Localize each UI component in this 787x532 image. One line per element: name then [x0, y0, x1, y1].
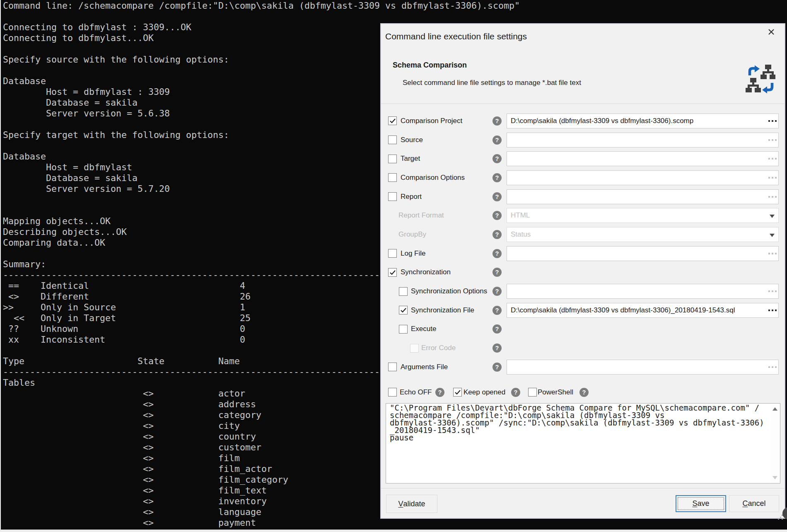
dropdown-arrow-icon [770, 215, 775, 218]
focus-rectangle [678, 497, 724, 510]
synchronization-file-label: Synchronization File [411, 306, 474, 314]
report-checkbox[interactable] [388, 192, 397, 201]
keep-opened-label: Keep opened [464, 388, 505, 397]
row-arguments-file: Arguments File ? [381, 358, 785, 377]
settings-form: Comparison Project ? D:\comp\sakila (dbf… [381, 111, 785, 377]
page-edge-bottom [0, 530, 787, 532]
banner-separator [381, 104, 785, 104]
report-label: Report [401, 193, 422, 201]
save-button[interactable]: Save [676, 495, 726, 512]
scroll-down-icon[interactable] [773, 476, 777, 479]
report-format-select[interactable]: HTML [507, 208, 779, 223]
execute-checkbox[interactable] [399, 325, 408, 334]
execute-label: Execute [411, 325, 436, 333]
groupby-select[interactable]: Status [507, 227, 779, 242]
browse-button[interactable] [768, 158, 777, 160]
row-comparison-project: Comparison Project ? D:\comp\sakila (dbf… [381, 111, 785, 131]
log-file-label: Log File [401, 249, 425, 258]
source-label: Source [401, 136, 423, 144]
help-icon[interactable]: ? [492, 287, 502, 296]
browse-button[interactable] [768, 253, 777, 254]
source-checkbox[interactable] [388, 135, 397, 144]
arguments-file-label: Arguments File [401, 363, 448, 371]
close-button[interactable] [765, 27, 777, 37]
comparison-options-label: Comparison Options [401, 174, 465, 182]
target-label: Target [401, 155, 420, 163]
row-synchronization: Synchronization ? [381, 263, 785, 282]
row-synchronization-options: Synchronization Options ? [381, 282, 785, 301]
help-icon[interactable]: ? [492, 324, 502, 334]
report-input[interactable] [507, 189, 779, 204]
help-icon[interactable]: ? [492, 211, 502, 220]
browse-button[interactable] [768, 139, 777, 141]
close-icon [768, 29, 775, 35]
synchronization-checkbox[interactable] [388, 268, 397, 277]
comparison-options-checkbox[interactable] [388, 173, 397, 182]
synchronization-options-label: Synchronization Options [411, 287, 487, 295]
report-format-label: Report Format [398, 211, 444, 220]
help-icon[interactable]: ? [579, 388, 589, 397]
target-input[interactable] [507, 151, 779, 166]
browse-button[interactable] [768, 366, 777, 368]
source-input[interactable] [507, 133, 779, 148]
scroll-up-icon[interactable] [773, 407, 777, 411]
bat-options-row: Echo OFF ? Keep opened ? PowerShell ? [388, 384, 777, 401]
help-icon[interactable]: ? [492, 306, 502, 315]
dialog-title: Command line execution file settings [385, 31, 527, 42]
command-line-settings-dialog: Command line execution file settings Sch… [380, 23, 785, 519]
comparison-project-checkbox[interactable] [388, 116, 397, 125]
help-icon[interactable]: ? [492, 363, 502, 372]
error-code-checkbox [410, 344, 419, 353]
arguments-file-checkbox[interactable] [388, 363, 397, 371]
validate-button[interactable]: Validate [386, 495, 437, 513]
schema-compare-icon [746, 64, 775, 94]
row-error-code: Error Code ? [381, 339, 785, 358]
help-icon[interactable]: ? [492, 192, 502, 201]
browse-button[interactable] [768, 290, 777, 292]
help-icon[interactable]: ? [492, 249, 502, 258]
banner-subtitle: Select command line file settings to man… [403, 79, 581, 87]
row-log-file: Log File ? [381, 244, 785, 263]
bat-file-text: "C:\Program Files\Devart\dbForge Schema … [390, 404, 770, 482]
target-checkbox[interactable] [388, 155, 397, 163]
help-icon[interactable]: ? [492, 154, 502, 163]
echo-off-label: Echo OFF [400, 388, 432, 397]
browse-button[interactable] [768, 177, 777, 179]
powershell-label: PowerShell [538, 388, 573, 397]
help-icon[interactable]: ? [492, 173, 502, 182]
row-groupby: GroupBy ? Status [381, 225, 785, 244]
help-icon[interactable]: ? [492, 230, 502, 239]
row-synchronization-file: Synchronization File ? D:\comp\sakila (d… [381, 301, 785, 320]
help-icon[interactable]: ? [492, 116, 502, 126]
keep-opened-checkbox[interactable] [453, 388, 462, 397]
row-report-format: Report Format ? HTML [381, 206, 785, 225]
synchronization-file-checkbox[interactable] [399, 306, 408, 314]
comparison-project-label: Comparison Project [401, 117, 462, 125]
cancel-button[interactable]: Cancel [729, 495, 779, 512]
log-file-input[interactable] [507, 246, 779, 261]
error-code-label: Error Code [421, 344, 456, 352]
resize-grip[interactable] [778, 515, 783, 520]
browse-button[interactable] [768, 196, 777, 198]
synchronization-options-checkbox[interactable] [399, 287, 408, 296]
echo-off-checkbox[interactable] [388, 388, 397, 397]
help-icon[interactable]: ? [492, 343, 502, 353]
help-icon[interactable]: ? [492, 268, 502, 277]
comparison-project-input[interactable]: D:\comp\sakila (dbfmylast-3309 vs dbfmyl… [507, 114, 779, 128]
comparison-options-input[interactable] [507, 170, 779, 185]
synchronization-file-input[interactable]: D:\comp\sakila (dbfmylast-3309 vs dbfmyl… [507, 303, 779, 318]
log-file-checkbox[interactable] [388, 249, 397, 258]
help-icon[interactable]: ? [511, 388, 520, 397]
row-source: Source ? [381, 131, 785, 150]
browse-button[interactable] [768, 120, 777, 122]
bat-file-text-editor[interactable]: "C:\Program Files\Devart\dbForge Schema … [386, 403, 780, 484]
powershell-checkbox[interactable] [528, 388, 537, 397]
arguments-file-input[interactable] [507, 360, 779, 375]
page-edge-left [0, 0, 1, 532]
textarea-scrollbar[interactable] [771, 404, 780, 483]
synchronization-options-input[interactable] [507, 284, 779, 299]
browse-button[interactable] [768, 310, 777, 311]
help-icon[interactable]: ? [435, 388, 444, 397]
help-icon[interactable]: ? [492, 135, 502, 145]
row-comparison-options: Comparison Options ? [381, 168, 785, 187]
